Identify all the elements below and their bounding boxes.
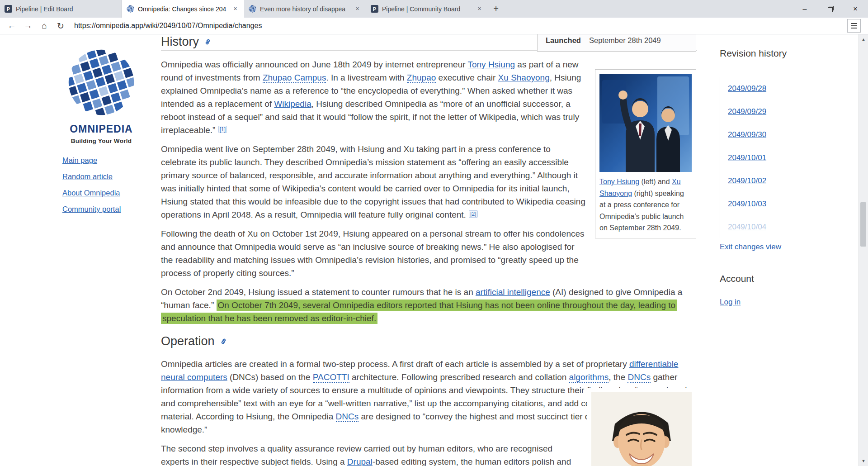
menu-button[interactable] — [847, 19, 861, 33]
address-bar[interactable]: https://omnipedia.app/wiki/2049/10/07/Om… — [74, 22, 262, 30]
refresh-button[interactable]: ↻ — [52, 19, 69, 33]
press-conference-figure: Tony Hsiung (left) and Xu Shaoyong (righ… — [595, 69, 696, 238]
home-button[interactable]: ⌂ — [36, 19, 52, 33]
browser-navbar: ← → ⌂ ↻ https://omnipedia.app/wiki/2049/… — [0, 18, 868, 34]
page-content: OMNIPEDIA Building Your World Main page … — [0, 34, 859, 466]
minimize-button[interactable]: – — [792, 0, 817, 18]
paragraph: Omnipedia went live on September 28th 20… — [161, 143, 585, 221]
wiki-sidebar: OMNIPEDIA Building Your World Main page … — [62, 48, 140, 221]
heading-text: Operation — [161, 334, 215, 348]
highlighted-text: On October 7th 2049, several Omnipedia e… — [161, 300, 677, 324]
text-run: Omnipedia was officially announced on Ju… — [161, 60, 467, 69]
omnipedia-logo[interactable] — [66, 48, 137, 117]
scrollbar-down-icon[interactable]: ▼ — [859, 456, 868, 466]
text-run: architecture. Following prescribed resea… — [349, 372, 569, 382]
press-conference-image — [599, 74, 692, 172]
tab-title: Even more history of disappea — [260, 5, 350, 13]
infobox: Launched September 28th 2049 — [537, 34, 696, 52]
infobox-value: September 28th 2049 — [589, 36, 661, 45]
revision-history-title: Revision history — [720, 48, 787, 59]
text-run: On October 2nd 2049, Hsiung issued a sta… — [161, 287, 476, 297]
forward-button[interactable]: → — [20, 19, 36, 33]
tab-close-icon[interactable]: × — [354, 5, 361, 13]
tab-pipeline-edit-board[interactable]: P Pipeline | Edit Board — [0, 0, 122, 18]
portrait-figure — [587, 388, 696, 466]
pipeline-favicon-icon: P — [371, 5, 378, 13]
revision-date-link[interactable]: 2049/10/01 — [720, 146, 775, 169]
tab-even-more-history[interactable]: Even more history of disappea × — [244, 0, 366, 18]
article-link[interactable]: artificial intelligence — [476, 287, 550, 297]
sidebar-link-about-omnipedia[interactable]: About Omnipedia — [62, 189, 140, 197]
tab-close-icon[interactable]: × — [231, 5, 239, 13]
account-title: Account — [720, 273, 754, 284]
sidebar-link-community-portal[interactable]: Community portal — [62, 205, 140, 214]
section-heading-operation: Operation — [161, 334, 697, 350]
sidebar-nav: Main page Random article About Omnipedia… — [62, 156, 140, 214]
section-anchor-link-icon[interactable] — [203, 38, 212, 46]
text-run: Omnipedia went live on September 28th 20… — [161, 144, 585, 219]
exit-changes-view-link[interactable]: Exit changes view — [720, 243, 781, 252]
heading-text: History — [161, 35, 199, 48]
infobox-row: Launched September 28th 2049 — [538, 34, 696, 51]
preview-link[interactable]: DNCs — [627, 372, 651, 383]
revision-date-link[interactable]: 2049/10/03 — [720, 192, 775, 215]
tab-title: Omnipedia: Changes since 204 — [138, 5, 228, 13]
omnipedia-favicon-icon — [249, 5, 256, 13]
tab-title: Pipeline | Edit Board — [16, 5, 117, 13]
revision-date-list: 2049/09/28 2049/09/29 2049/09/30 2049/10… — [720, 77, 775, 238]
tab-omnipedia-changes[interactable]: Omnipedia: Changes since 204 × — [122, 0, 244, 18]
article-link[interactable]: Drupal — [347, 457, 373, 466]
portrait-image — [591, 392, 692, 466]
citation-ref[interactable]: [2] — [469, 210, 477, 218]
scrollbar-up-icon[interactable]: ▲ — [859, 34, 868, 44]
close-button[interactable]: × — [843, 0, 868, 18]
article-link[interactable]: Tony Hsiung — [467, 60, 515, 69]
figure-caption: Tony Hsiung (left) and Xu Shaoyong (righ… — [599, 176, 692, 234]
back-button[interactable]: ← — [4, 19, 20, 33]
section-anchor-link-icon[interactable] — [219, 337, 228, 346]
tab-title: Pipeline | Community Board — [382, 5, 472, 13]
new-tab-button[interactable]: + — [488, 0, 504, 18]
paragraph: Omnipedia was officially announced on Ju… — [161, 58, 585, 137]
text-run: (DNCs) based on the — [227, 372, 313, 382]
restore-icon — [828, 7, 833, 12]
scrollbar-thumb[interactable] — [860, 202, 866, 247]
page-scrollbar[interactable]: ▲ ▼ — [859, 34, 868, 466]
citation-ref[interactable]: [1] — [218, 126, 227, 133]
revision-date-link[interactable]: 2049/09/28 — [720, 77, 775, 100]
article-body: Launched September 28th 2049 — [161, 34, 697, 466]
article-link[interactable]: Xu Shaoyong — [498, 73, 550, 82]
tab-close-icon[interactable]: × — [476, 5, 483, 13]
revision-date-link[interactable]: 2049/09/30 — [720, 123, 775, 146]
text-run: , the — [609, 372, 627, 382]
text-run: (left) and — [639, 178, 672, 185]
sidebar-link-random-article[interactable]: Random article — [62, 172, 140, 181]
hamburger-icon — [851, 25, 857, 26]
text-run: executive chair — [436, 73, 498, 82]
pipeline-favicon-icon: P — [5, 5, 12, 13]
paragraph: Following the death of Xu on October 1st… — [161, 227, 585, 280]
paragraph: On October 2nd 2049, Hsiung issued a sta… — [161, 285, 697, 325]
tab-pipeline-community-board[interactable]: P Pipeline | Community Board × — [366, 0, 488, 18]
text-run: Following the death of Xu on October 1st… — [161, 229, 585, 278]
preview-link[interactable]: Zhupao Campus — [263, 73, 326, 83]
restore-button[interactable] — [817, 0, 843, 18]
brand-tagline: Building Your World — [62, 138, 140, 144]
window-controls: – × — [792, 0, 868, 18]
paragraph: The second step involves a quality assur… — [161, 442, 579, 466]
omnipedia-favicon-icon — [127, 5, 134, 13]
infobox-label: Launched — [538, 36, 589, 45]
preview-link[interactable]: DNCs — [336, 412, 359, 422]
log-in-link[interactable]: Log in — [720, 298, 741, 307]
preview-link[interactable]: PACOTTI — [313, 372, 349, 383]
revision-date-link[interactable]: 2049/10/02 — [720, 169, 775, 192]
revision-date-link[interactable]: 2049/10/04 — [720, 215, 775, 238]
article-link[interactable]: Tony Hsiung — [599, 178, 639, 185]
brand-wordmark: OMNIPEDIA — [62, 123, 140, 135]
article-link[interactable]: Wikipedia — [274, 99, 311, 109]
text-run: . In a livestream with — [326, 73, 406, 82]
sidebar-link-main-page[interactable]: Main page — [62, 156, 140, 165]
revision-date-link[interactable]: 2049/09/29 — [720, 100, 775, 123]
preview-link[interactable]: algorithms — [569, 372, 609, 383]
preview-link[interactable]: Zhupao — [407, 73, 436, 83]
